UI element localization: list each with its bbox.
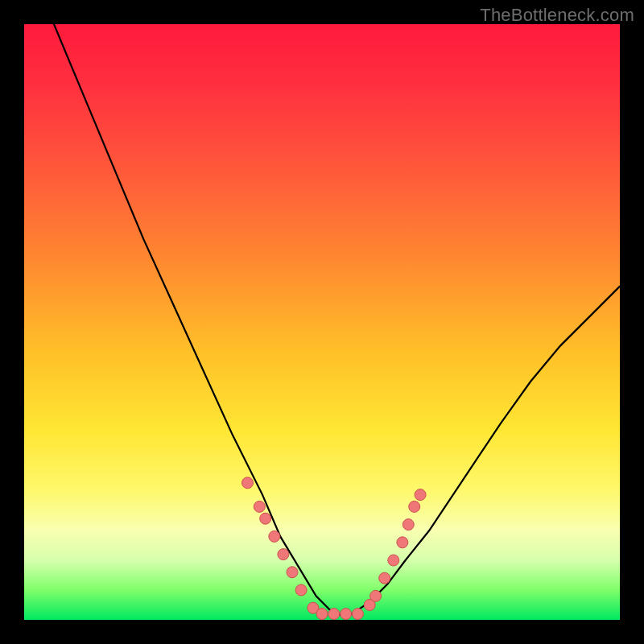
data-point	[415, 489, 426, 501]
data-point	[352, 609, 363, 620]
chart-frame: TheBottleneck.com	[0, 0, 644, 644]
data-point	[370, 590, 382, 601]
chart-svg	[24, 24, 620, 620]
data-point	[341, 609, 352, 620]
v-curve	[54, 24, 620, 615]
data-point	[379, 572, 390, 584]
data-markers	[242, 477, 427, 620]
data-point	[397, 537, 408, 548]
data-point	[278, 549, 289, 560]
data-point	[409, 501, 420, 512]
data-point	[316, 609, 328, 620]
watermark-text: TheBottleneck.com	[480, 5, 634, 26]
bottleneck-curve	[54, 24, 620, 615]
data-point	[260, 513, 271, 524]
data-point	[287, 567, 298, 578]
data-point	[254, 501, 265, 512]
data-point	[269, 530, 280, 542]
data-point	[402, 519, 414, 530]
data-point	[295, 584, 307, 596]
data-point	[242, 477, 254, 489]
data-point	[328, 609, 340, 620]
data-point	[388, 555, 399, 566]
